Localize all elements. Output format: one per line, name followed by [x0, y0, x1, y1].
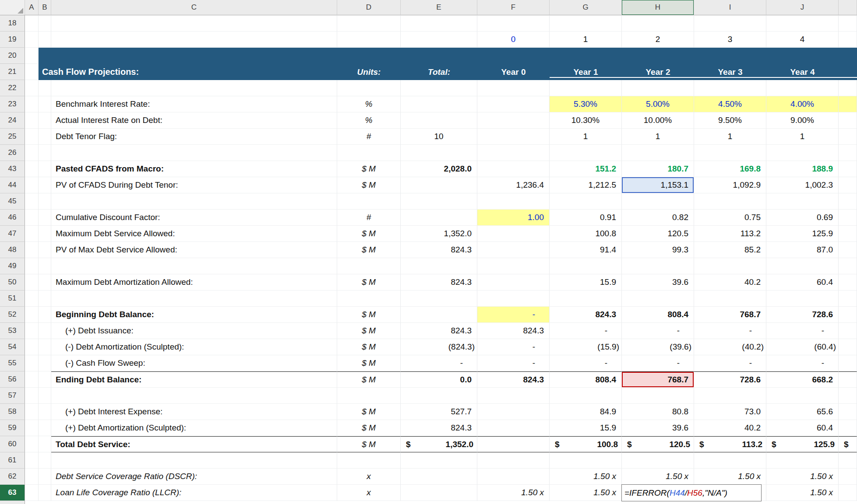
cell-A50[interactable]	[25, 274, 39, 290]
cell-E22[interactable]	[401, 80, 477, 96]
cell-K25[interactable]	[839, 129, 857, 145]
cell-J20[interactable]	[766, 48, 839, 64]
cell-D20[interactable]	[337, 48, 401, 64]
cell-B62[interactable]	[39, 469, 51, 485]
cell-G43[interactable]: 151.2	[550, 161, 622, 177]
cell-I52[interactable]: 768.7	[694, 307, 766, 323]
cell-B61[interactable]	[39, 452, 51, 469]
cell-K57[interactable]	[839, 388, 857, 404]
cell-G23[interactable]: 5.30%	[550, 96, 622, 112]
cell-J21[interactable]: Year 4	[766, 64, 839, 80]
cell-F58[interactable]	[477, 404, 550, 420]
cell-G47[interactable]: 100.8	[550, 226, 622, 242]
row-header-50[interactable]: 50	[0, 274, 25, 290]
row-header-57[interactable]: 57	[0, 388, 25, 404]
cell-C22[interactable]	[51, 80, 337, 96]
cell-B59[interactable]	[39, 420, 51, 436]
cell-I51[interactable]	[694, 290, 766, 307]
cell-G49[interactable]	[550, 258, 622, 274]
cell-J18[interactable]	[766, 15, 839, 32]
row-header-59[interactable]: 59	[0, 420, 25, 436]
cell-G54[interactable]: (15.9)	[550, 339, 622, 355]
cell-J59[interactable]: 60.4	[766, 420, 839, 436]
row-header-24[interactable]: 24	[0, 112, 25, 129]
cell-A52[interactable]	[25, 307, 39, 323]
cell-D51[interactable]	[337, 290, 401, 307]
cell-H59[interactable]: 39.6	[622, 420, 694, 436]
cell-D18[interactable]	[337, 15, 401, 32]
cell-G57[interactable]	[550, 388, 622, 404]
cell-I58[interactable]: 73.0	[694, 404, 766, 420]
cell-E61[interactable]	[401, 452, 477, 469]
cell-G22[interactable]	[550, 80, 622, 96]
cell-I59[interactable]: 40.2	[694, 420, 766, 436]
cell-I18[interactable]	[694, 15, 766, 32]
column-header-C[interactable]: C	[51, 0, 337, 15]
row-header-63[interactable]: 63	[0, 485, 25, 501]
cell-K43[interactable]	[839, 161, 857, 177]
cell-E24[interactable]	[401, 112, 477, 129]
cell-K47[interactable]	[839, 226, 857, 242]
cell-I53[interactable]: -	[694, 323, 766, 339]
cell-F19[interactable]: 0	[477, 32, 550, 48]
row-header-53[interactable]: 53	[0, 323, 25, 339]
row-header-61[interactable]: 61	[0, 452, 25, 469]
cell-F61[interactable]	[477, 452, 550, 469]
cell-E54[interactable]: (824.3)	[401, 339, 477, 355]
cell-G44[interactable]: 1,212.5	[550, 177, 622, 193]
cell-I54[interactable]: (40.2)	[694, 339, 766, 355]
cell-A57[interactable]	[25, 388, 39, 404]
cell-H57[interactable]	[622, 388, 694, 404]
column-header-E[interactable]: E	[401, 0, 477, 15]
cell-I49[interactable]	[694, 258, 766, 274]
cell-B22[interactable]	[39, 80, 51, 96]
cell-H44[interactable]: 1,153.1	[622, 177, 694, 193]
cell-A54[interactable]	[25, 339, 39, 355]
row-header-51[interactable]: 51	[0, 290, 25, 307]
cell-K53[interactable]	[839, 323, 857, 339]
cell-E48[interactable]: 824.3	[401, 242, 477, 258]
cell-I22[interactable]	[694, 80, 766, 96]
cell-E44[interactable]	[401, 177, 477, 193]
cell-G48[interactable]: 91.4	[550, 242, 622, 258]
cell-K56[interactable]	[839, 371, 857, 388]
cell-G19[interactable]: 1	[550, 32, 622, 48]
cell-G51[interactable]	[550, 290, 622, 307]
cell-K23[interactable]	[839, 96, 857, 112]
cell-E62[interactable]	[401, 469, 477, 485]
cell-I44[interactable]: 1,092.9	[694, 177, 766, 193]
cell-E19[interactable]	[401, 32, 477, 48]
cell-D58[interactable]: $ M	[337, 404, 401, 420]
cell-G63[interactable]: 1.50 x	[550, 485, 622, 501]
cell-H63[interactable]: =IFERROR(H44/H56,"N/A")	[622, 485, 694, 501]
cell-B60[interactable]	[39, 436, 51, 452]
cell-D53[interactable]: $ M	[337, 323, 401, 339]
cell-A25[interactable]	[25, 129, 39, 145]
cell-C49[interactable]	[51, 258, 337, 274]
cell-J25[interactable]: 1	[766, 129, 839, 145]
cell-B58[interactable]	[39, 404, 51, 420]
cell-D61[interactable]	[337, 452, 401, 469]
cell-F44[interactable]: 1,236.4	[477, 177, 550, 193]
cell-K20[interactable]	[839, 48, 857, 64]
cell-J24[interactable]: 9.00%	[766, 112, 839, 129]
row-header-18[interactable]: 18	[0, 15, 25, 32]
cell-B48[interactable]	[39, 242, 51, 258]
cell-E49[interactable]	[401, 258, 477, 274]
cell-C59[interactable]: (+) Debt Amortization (Sculpted):	[51, 420, 337, 436]
cell-I45[interactable]	[694, 193, 766, 210]
cell-H25[interactable]: 1	[622, 129, 694, 145]
cell-D44[interactable]: $ M	[337, 177, 401, 193]
row-header-45[interactable]: 45	[0, 193, 25, 210]
cell-F49[interactable]	[477, 258, 550, 274]
cell-J45[interactable]	[766, 193, 839, 210]
cell-J51[interactable]	[766, 290, 839, 307]
cell-C57[interactable]	[51, 388, 337, 404]
row-header-43[interactable]: 43	[0, 161, 25, 177]
cell-K21[interactable]	[839, 64, 857, 80]
cell-D56[interactable]: $ M	[337, 371, 401, 388]
cell-F18[interactable]	[477, 15, 550, 32]
row-header-48[interactable]: 48	[0, 242, 25, 258]
cell-J44[interactable]: 1,002.3	[766, 177, 839, 193]
cell-B21[interactable]: Cash Flow Projections:	[39, 64, 51, 80]
